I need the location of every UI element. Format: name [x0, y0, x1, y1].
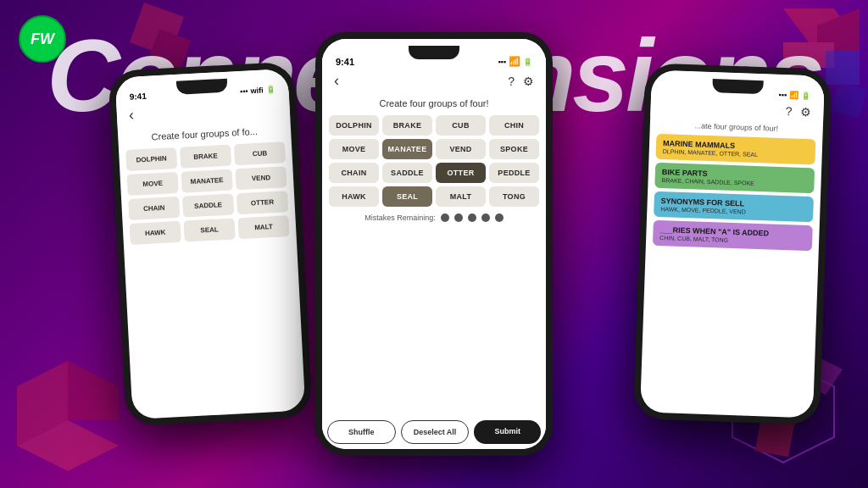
- signal-icon: ▪▪▪: [239, 78, 248, 95]
- left-tile-hawk[interactable]: HAWK: [130, 221, 181, 245]
- left-tile-move[interactable]: MOVE: [127, 172, 179, 196]
- phones-container: 9:41 ▪▪▪ wifi 🔋 ‹ Create four groups of …: [0, 0, 868, 488]
- mistakes-remaining-row: Mistakes Remaining:: [364, 214, 504, 222]
- center-phone-grid: DOLPHIN BRAKE CUB CHIN MOVE MANATEE VEND…: [329, 115, 539, 207]
- right-nav-icons: ? ⚙: [785, 104, 811, 119]
- right-signal-icon: ▪▪▪: [778, 90, 787, 98]
- center-phone-subtitle: Create four groups of four!: [379, 98, 488, 108]
- center-signal-icon: ▪▪▪: [498, 58, 506, 66]
- mistake-dot-5: [495, 214, 504, 222]
- fw-logo: FW: [19, 15, 66, 63]
- center-phone-buttons: Shuffle Deselect All Submit: [322, 415, 546, 449]
- left-tile-manatee[interactable]: MANATEE: [181, 169, 232, 193]
- center-tile-vend[interactable]: VEND: [436, 139, 486, 159]
- left-tile-malt[interactable]: MALT: [237, 215, 289, 239]
- center-tile-otter[interactable]: OTTER: [436, 163, 486, 183]
- category-list: MARINE MAMMALS DLPHIN, MANATEE, OTTER, S…: [640, 130, 822, 419]
- center-tile-saddle[interactable]: SADDLE: [382, 163, 432, 183]
- center-tile-peddle[interactable]: PEDDLE: [489, 163, 539, 183]
- mistakes-label: Mistakes Remaining:: [364, 214, 436, 222]
- right-battery-icon: 🔋: [801, 91, 810, 99]
- category-added-a[interactable]: ___RIES WHEN "A" IS ADDED CHIN, CUB, MAL…: [653, 220, 813, 252]
- left-phone-time: 9:41: [129, 83, 147, 102]
- center-phone: 9:41 ▪▪▪ 📶 🔋 ‹ ? ⚙ Create four groups of…: [315, 32, 553, 456]
- mistake-dot-4: [481, 214, 490, 222]
- center-tile-move[interactable]: MOVE: [329, 139, 379, 159]
- right-help-icon[interactable]: ?: [785, 104, 792, 118]
- right-phone-notch: [712, 79, 764, 94]
- center-tile-manatee[interactable]: MANATEE: [382, 139, 432, 159]
- battery-icon: 🔋: [265, 76, 275, 94]
- left-phone-status-icons: ▪▪▪ wifi 🔋: [239, 76, 275, 95]
- left-phone-subtitle: Create four groups of fo...: [151, 126, 258, 142]
- category-bike-parts[interactable]: BIKE PARTS BRAKE, CHAIN, SADDLE, SPOKE: [654, 163, 815, 194]
- submit-button[interactable]: Submit: [474, 420, 541, 444]
- center-wifi-icon: 📶: [509, 56, 520, 67]
- wifi-icon: wifi: [250, 77, 264, 95]
- help-icon[interactable]: ?: [508, 75, 515, 88]
- left-tile-dolphin[interactable]: DOLPHIN: [125, 147, 177, 171]
- category-marine-mammals[interactable]: MARINE MAMMALS DLPHIN, MANATEE, OTTER, S…: [655, 134, 815, 165]
- center-tile-tong[interactable]: TONG: [489, 186, 539, 207]
- left-phone: 9:41 ▪▪▪ wifi 🔋 ‹ Create four groups of …: [108, 62, 313, 427]
- center-tile-chain[interactable]: CHAIN: [329, 163, 379, 183]
- settings-icon[interactable]: ⚙: [523, 75, 534, 88]
- mistake-dot-1: [441, 214, 449, 222]
- left-phone-game-area: Create four groups of fo... DOLPHIN BRAK…: [118, 119, 306, 419]
- left-tile-vend[interactable]: VEND: [235, 166, 287, 190]
- center-tile-cub[interactable]: CUB: [436, 115, 486, 136]
- left-tile-otter[interactable]: OTTER: [236, 191, 288, 214]
- left-back-button[interactable]: ‹: [128, 107, 134, 125]
- left-tile-seal[interactable]: SEAL: [184, 218, 236, 241]
- left-phone-screen: 9:41 ▪▪▪ wifi 🔋 ‹ Create four groups of …: [115, 69, 306, 419]
- center-tile-seal[interactable]: SEAL: [382, 186, 432, 207]
- right-phone: 9:41 ▪▪▪ 📶 🔋 ? ⚙ ...ate four groups of f…: [633, 63, 832, 424]
- center-tile-hawk[interactable]: HAWK: [329, 186, 379, 207]
- left-tile-chain[interactable]: CHAIN: [128, 197, 180, 220]
- center-phone-nav: ‹ ? ⚙: [322, 69, 546, 93]
- mistake-dot-2: [454, 214, 463, 222]
- center-phone-game-area: Create four groups of four! DOLPHIN BRAK…: [322, 93, 546, 415]
- center-tile-spoke[interactable]: SPOKE: [489, 139, 539, 159]
- center-back-button[interactable]: ‹: [334, 72, 339, 90]
- center-tile-dolphin[interactable]: DOLPHIN: [329, 115, 379, 136]
- right-wifi-icon: 📶: [789, 91, 798, 99]
- left-phone-grid: DOLPHIN BRAKE CUB MOVE MANATEE VEND CHAI…: [125, 141, 290, 245]
- center-tile-malt[interactable]: MALT: [436, 186, 486, 207]
- left-tile-cub[interactable]: CUB: [234, 141, 286, 165]
- center-phone-notch: [409, 46, 459, 59]
- shuffle-button[interactable]: Shuffle: [327, 420, 396, 444]
- center-battery-icon: 🔋: [523, 58, 532, 66]
- category-synonyms[interactable]: SYNONYMS FOR SELL HAWK, MOVE, PEDDLE, VE…: [654, 191, 814, 223]
- right-phone-screen: 9:41 ▪▪▪ 📶 🔋 ? ⚙ ...ate four groups of f…: [640, 70, 825, 419]
- right-settings-icon[interactable]: ⚙: [800, 105, 812, 119]
- deselect-all-button[interactable]: Deselect All: [401, 420, 470, 444]
- left-tile-saddle[interactable]: SADDLE: [182, 194, 234, 218]
- left-tile-brake[interactable]: BRAKE: [180, 145, 231, 169]
- center-phone-time: 9:41: [336, 47, 354, 67]
- right-phone-status-icons: ▪▪▪ 📶 🔋: [778, 81, 810, 99]
- center-phone-status-icons: ▪▪▪ 📶 🔋: [498, 46, 532, 67]
- mistake-dot-3: [468, 214, 476, 222]
- fw-logo-text: FW: [31, 30, 54, 48]
- center-nav-icons: ? ⚙: [508, 75, 534, 88]
- center-tile-chin[interactable]: CHIN: [489, 115, 539, 136]
- center-tile-brake[interactable]: BRAKE: [382, 115, 432, 136]
- center-phone-screen: 9:41 ▪▪▪ 📶 🔋 ‹ ? ⚙ Create four groups of…: [322, 39, 546, 449]
